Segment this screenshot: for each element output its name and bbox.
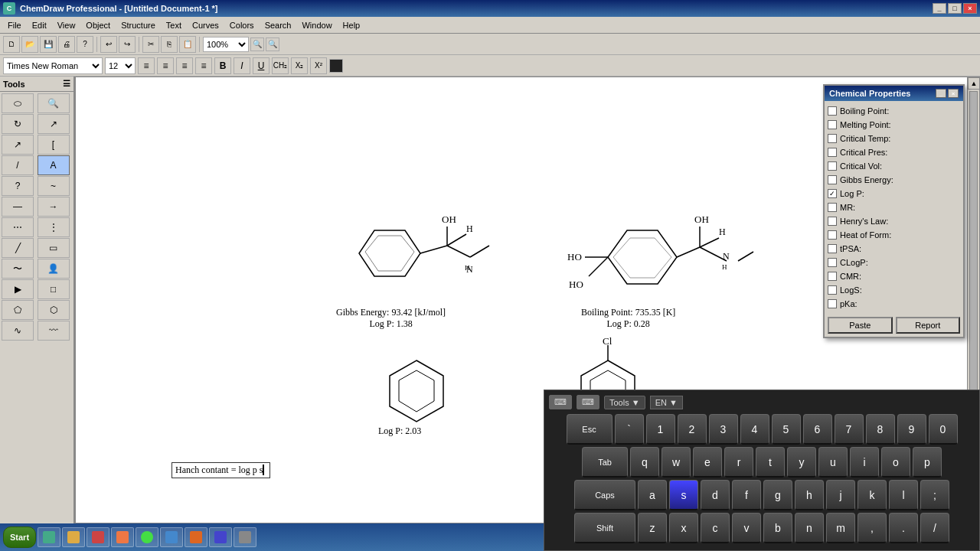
prop-clogp-check[interactable] xyxy=(828,258,837,267)
wave2-tool[interactable]: ∿ xyxy=(2,321,34,341)
kb-c[interactable]: c xyxy=(701,513,730,543)
kb-6[interactable]: 6 xyxy=(803,414,832,445)
zoom-out-btn[interactable]: 🔍 xyxy=(266,37,279,51)
kb-v[interactable]: v xyxy=(732,513,761,543)
align-center-btn[interactable]: ≡ xyxy=(157,57,174,74)
kb-5[interactable]: 5 xyxy=(772,414,801,445)
taskbar-firefox[interactable] xyxy=(111,527,134,547)
tools-menu-icon[interactable]: ☰ xyxy=(63,79,70,89)
menu-colors[interactable]: Colors xyxy=(225,19,259,31)
new-btn[interactable]: 🗋 xyxy=(3,36,20,53)
superscript-btn[interactable]: X² xyxy=(310,57,327,74)
kb-slash[interactable]: / xyxy=(920,513,949,543)
kb-o[interactable]: o xyxy=(881,447,910,478)
taskbar-ppt[interactable] xyxy=(185,527,207,547)
kb-u[interactable]: u xyxy=(818,447,848,478)
kb-q[interactable]: q xyxy=(630,447,659,478)
text-input-box[interactable]: Hanch contant = log p s xyxy=(172,462,270,478)
prop-tpsa-check[interactable] xyxy=(828,244,837,253)
prop-critical-vol-check[interactable] xyxy=(828,161,837,171)
pentagon-tool[interactable]: ⬠ xyxy=(2,300,34,320)
kb-icon-btn[interactable]: ⌨ xyxy=(549,395,572,409)
kb-i[interactable]: i xyxy=(850,447,879,478)
play-tool[interactable]: ▶ xyxy=(2,279,34,299)
kb-9[interactable]: 9 xyxy=(897,414,926,445)
flex-tool[interactable]: ~ xyxy=(38,176,70,196)
kb-f[interactable]: f xyxy=(732,480,761,510)
kb-tools-btn[interactable]: Tools ▼ xyxy=(604,396,645,409)
kb-semicolon[interactable]: ; xyxy=(920,480,949,510)
kb-shift[interactable]: Shift xyxy=(574,513,635,543)
eraser-tool[interactable]: ↗ xyxy=(2,135,34,155)
taskbar-folder[interactable] xyxy=(62,527,85,547)
prop-critical-pres-check[interactable] xyxy=(828,148,837,157)
help-btn[interactable]: ? xyxy=(77,36,93,53)
bracket-tool[interactable]: [ xyxy=(38,135,70,155)
prop-mr-check[interactable] xyxy=(828,203,837,212)
font-select[interactable]: Times New Roman Arial Helvetica xyxy=(3,57,103,74)
prop-melting-point-check[interactable] xyxy=(828,120,837,129)
kb-esc[interactable]: Esc xyxy=(567,414,612,445)
kb-period[interactable]: . xyxy=(889,513,918,543)
wave-tool[interactable]: 〜 xyxy=(2,259,34,279)
menu-search[interactable]: Search xyxy=(260,19,296,31)
pen-tool[interactable]: / xyxy=(2,155,34,175)
kb-x[interactable]: x xyxy=(669,513,698,543)
menu-object[interactable]: Object xyxy=(81,19,115,31)
minimize-button[interactable]: _ xyxy=(933,3,946,14)
cut-btn[interactable]: ✂ xyxy=(142,36,159,53)
kb-1[interactable]: 1 xyxy=(646,414,675,445)
prop-log-p-check[interactable]: ✓ xyxy=(828,189,837,198)
kb-l[interactable]: l xyxy=(889,480,918,510)
kb-n[interactable]: n xyxy=(795,513,824,543)
prop-gibbs-energy-check[interactable] xyxy=(828,175,837,184)
taskbar-browser1[interactable] xyxy=(87,527,109,547)
chem-props-close[interactable]: × xyxy=(948,89,959,98)
align-justify-btn[interactable]: ≡ xyxy=(195,57,212,74)
taskbar-word[interactable] xyxy=(209,527,232,547)
kb-t[interactable]: t xyxy=(756,447,785,478)
kb-b[interactable]: b xyxy=(763,513,792,543)
prop-heat-of-form-check[interactable] xyxy=(828,230,837,240)
kb-3[interactable]: 3 xyxy=(709,414,738,445)
kb-backtick[interactable]: ` xyxy=(615,414,644,445)
prop-henrys-law-check[interactable] xyxy=(828,217,837,226)
text-tool[interactable]: A xyxy=(38,155,70,175)
kb-2[interactable]: 2 xyxy=(678,414,707,445)
zoom-in-btn[interactable]: 🔍 xyxy=(250,37,264,51)
align-right-btn[interactable]: ≡ xyxy=(176,57,193,74)
kb-j[interactable]: j xyxy=(826,480,855,510)
align-left-btn[interactable]: ≡ xyxy=(138,57,155,74)
copy-btn[interactable]: ⎘ xyxy=(161,36,178,53)
wave3-tool[interactable]: 〰 xyxy=(38,321,70,341)
kb-tab[interactable]: Tab xyxy=(582,447,628,478)
kb-caps[interactable]: Caps xyxy=(574,480,635,510)
taskbar-chrome[interactable] xyxy=(136,527,158,547)
square-tool[interactable]: □ xyxy=(38,279,70,299)
color-swatch[interactable] xyxy=(329,59,343,73)
zoom-tool[interactable]: 🔍 xyxy=(38,93,70,113)
query-tool[interactable]: ? xyxy=(2,176,34,196)
report-button[interactable]: Report xyxy=(896,317,961,334)
bond3-tool[interactable]: ⋮ xyxy=(38,217,70,237)
subscript-btn[interactable]: CH₂ xyxy=(272,57,289,74)
kb-e[interactable]: e xyxy=(693,447,722,478)
paste-button[interactable]: Paste xyxy=(828,317,893,334)
rotate-tool[interactable]: ↻ xyxy=(2,114,34,134)
menu-view[interactable]: View xyxy=(53,19,80,31)
bold-btn[interactable]: B xyxy=(214,57,231,74)
print-btn[interactable]: 🖨 xyxy=(58,36,75,53)
scroll-up-btn[interactable]: ▲ xyxy=(968,77,980,90)
prop-cmr-check[interactable] xyxy=(828,272,837,281)
kb-comma[interactable]: , xyxy=(858,513,887,543)
chem-props-minimize[interactable]: _ xyxy=(936,89,946,98)
kb-s[interactable]: s xyxy=(669,480,698,510)
rect-tool[interactable]: ▭ xyxy=(38,238,70,258)
close-button[interactable]: × xyxy=(963,3,977,14)
kb-4[interactable]: 4 xyxy=(740,414,769,445)
kb-y[interactable]: y xyxy=(787,447,816,478)
menu-edit[interactable]: Edit xyxy=(28,19,51,31)
taskbar-app2[interactable] xyxy=(234,527,256,547)
line-tool[interactable]: ╱ xyxy=(2,238,34,258)
arrow-tool[interactable]: ↗ xyxy=(38,114,70,134)
